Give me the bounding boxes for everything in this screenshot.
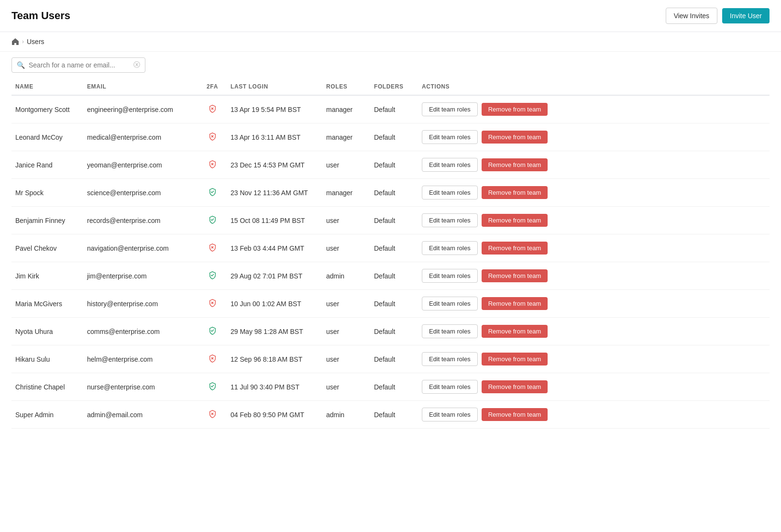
actions-group: Edit team roles Remove from team — [422, 130, 766, 144]
actions-group: Edit team roles Remove from team — [422, 297, 766, 310]
cell-roles: user — [322, 234, 370, 262]
cell-2fa — [198, 262, 227, 290]
edit-team-roles-button[interactable]: Edit team roles — [422, 241, 478, 255]
cell-name: Janice Rand — [11, 151, 83, 179]
cell-name: Benjamin Finney — [11, 207, 83, 234]
2fa-icon — [208, 271, 217, 279]
cell-email: comms@enterprise.com — [83, 318, 198, 345]
cell-email: jim@enterprise.com — [83, 262, 198, 290]
cell-roles: user — [322, 290, 370, 318]
2fa-icon — [208, 326, 217, 335]
cell-roles: manager — [322, 179, 370, 207]
cell-name: Montgomery Scott — [11, 95, 83, 123]
actions-group: Edit team roles Remove from team — [422, 158, 766, 172]
remove-from-team-button[interactable]: Remove from team — [482, 408, 548, 421]
actions-group: Edit team roles Remove from team — [422, 408, 766, 421]
edit-team-roles-button[interactable]: Edit team roles — [422, 102, 478, 116]
cell-email: medical@enterprise.com — [83, 123, 198, 151]
col-header-actions: ACTIONS — [418, 78, 770, 95]
cell-lastlogin: 29 May 98 1:28 AM BST — [227, 318, 322, 345]
clear-search-icon[interactable]: ⓧ — [133, 61, 140, 69]
search-input[interactable] — [29, 61, 130, 69]
table-row: Leonard McCoy medical@enterprise.com 13 … — [11, 123, 770, 151]
table-row: Hikaru Sulu helm@enterprise.com 12 Sep 9… — [11, 345, 770, 373]
table-row: Maria McGivers history@enterprise.com 10… — [11, 290, 770, 318]
cell-lastlogin: 12 Sep 96 8:18 AM BST — [227, 345, 322, 373]
breadcrumb-separator: › — [22, 38, 24, 45]
edit-team-roles-button[interactable]: Edit team roles — [422, 297, 478, 310]
edit-team-roles-button[interactable]: Edit team roles — [422, 380, 478, 394]
breadcrumb: › Users — [0, 32, 781, 52]
remove-from-team-button[interactable]: Remove from team — [482, 269, 548, 282]
cell-actions: Edit team roles Remove from team — [418, 151, 770, 179]
col-header-email: EMAIL — [83, 78, 198, 95]
cell-lastlogin: 13 Feb 03 4:44 PM GMT — [227, 234, 322, 262]
cell-name: Jim Kirk — [11, 262, 83, 290]
cell-actions: Edit team roles Remove from team — [418, 290, 770, 318]
search-container: 🔍 ⓧ — [0, 52, 781, 78]
cell-folders: Default — [370, 262, 418, 290]
edit-team-roles-button[interactable]: Edit team roles — [422, 408, 478, 421]
edit-team-roles-button[interactable]: Edit team roles — [422, 269, 478, 283]
cell-2fa — [198, 318, 227, 345]
table-row: Christine Chapel nurse@enterprise.com 11… — [11, 373, 770, 401]
home-icon[interactable] — [11, 38, 19, 45]
table-row: Jim Kirk jim@enterprise.com 29 Aug 02 7:… — [11, 262, 770, 290]
table-header: NAME EMAIL 2FA LAST LOGIN ROLES FOLDERS … — [11, 78, 770, 95]
breadcrumb-current: Users — [27, 38, 44, 45]
remove-from-team-button[interactable]: Remove from team — [482, 242, 548, 255]
cell-name: Super Admin — [11, 401, 83, 429]
remove-from-team-button[interactable]: Remove from team — [482, 131, 548, 144]
table-row: Janice Rand yeoman@enterprise.com 23 Dec… — [11, 151, 770, 179]
remove-from-team-button[interactable]: Remove from team — [482, 214, 548, 227]
remove-from-team-button[interactable]: Remove from team — [482, 325, 548, 338]
cell-actions: Edit team roles Remove from team — [418, 401, 770, 429]
2fa-icon — [208, 354, 217, 363]
2fa-icon — [208, 382, 217, 390]
remove-from-team-button[interactable]: Remove from team — [482, 297, 548, 310]
2fa-icon — [208, 243, 217, 252]
cell-actions: Edit team roles Remove from team — [418, 123, 770, 151]
2fa-icon — [208, 215, 217, 224]
actions-group: Edit team roles Remove from team — [422, 186, 766, 200]
remove-from-team-button[interactable]: Remove from team — [482, 380, 548, 393]
actions-group: Edit team roles Remove from team — [422, 213, 766, 227]
actions-group: Edit team roles Remove from team — [422, 352, 766, 366]
invite-user-button[interactable]: Invite User — [722, 8, 770, 23]
table-row: Montgomery Scott engineering@enterprise.… — [11, 95, 770, 123]
col-header-name: NAME — [11, 78, 83, 95]
remove-from-team-button[interactable]: Remove from team — [482, 103, 548, 116]
2fa-icon — [208, 104, 217, 113]
edit-team-roles-button[interactable]: Edit team roles — [422, 213, 478, 227]
cell-email: records@enterprise.com — [83, 207, 198, 234]
edit-team-roles-button[interactable]: Edit team roles — [422, 130, 478, 144]
edit-team-roles-button[interactable]: Edit team roles — [422, 158, 478, 172]
remove-from-team-button[interactable]: Remove from team — [482, 186, 548, 199]
cell-2fa — [198, 95, 227, 123]
edit-team-roles-button[interactable]: Edit team roles — [422, 324, 478, 338]
cell-folders: Default — [370, 95, 418, 123]
cell-roles: user — [322, 151, 370, 179]
view-invites-button[interactable]: View Invites — [666, 8, 717, 24]
cell-2fa — [198, 234, 227, 262]
remove-from-team-button[interactable]: Remove from team — [482, 353, 548, 366]
cell-actions: Edit team roles Remove from team — [418, 373, 770, 401]
cell-email: history@enterprise.com — [83, 290, 198, 318]
cell-2fa — [198, 123, 227, 151]
page-header: Team Users View Invites Invite User — [0, 0, 781, 32]
cell-2fa — [198, 345, 227, 373]
table-row: Benjamin Finney records@enterprise.com 1… — [11, 207, 770, 234]
cell-folders: Default — [370, 373, 418, 401]
2fa-icon — [208, 160, 217, 168]
2fa-icon — [208, 132, 217, 141]
cell-email: navigation@enterprise.com — [83, 234, 198, 262]
edit-team-roles-button[interactable]: Edit team roles — [422, 186, 478, 200]
cell-roles: user — [322, 345, 370, 373]
cell-lastlogin: 11 Jul 90 3:40 PM BST — [227, 373, 322, 401]
cell-lastlogin: 15 Oct 08 11:49 PM BST — [227, 207, 322, 234]
cell-roles: manager — [322, 123, 370, 151]
cell-2fa — [198, 207, 227, 234]
cell-2fa — [198, 373, 227, 401]
remove-from-team-button[interactable]: Remove from team — [482, 158, 548, 171]
edit-team-roles-button[interactable]: Edit team roles — [422, 352, 478, 366]
